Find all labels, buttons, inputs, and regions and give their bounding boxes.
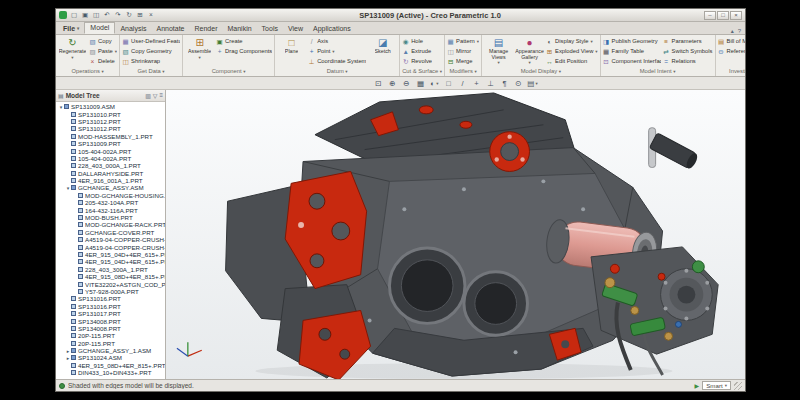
tab-model[interactable]: Model xyxy=(84,22,115,34)
manage-views-button[interactable]: ▤Manage Views▾ xyxy=(484,36,513,65)
switch-symbols-button[interactable]: ⇄Switch Symbols xyxy=(663,46,713,56)
tree-item[interactable]: 228_403_300A_1.PRT xyxy=(56,266,165,273)
part-valve-assembly[interactable] xyxy=(591,247,718,375)
tree-item[interactable]: VITE32202+ASTGN_COD_PRODCON+.PRT xyxy=(56,280,165,287)
tree-item[interactable]: SP131017.PRT xyxy=(56,310,165,317)
shrinkwrap-button[interactable]: ◫Shrinkwrap xyxy=(122,56,180,66)
selection-filter-dropdown[interactable]: Smart ▾ xyxy=(702,381,731,390)
merge-button[interactable]: ⊟Merge xyxy=(447,56,479,66)
tab-analysis[interactable]: Analysis xyxy=(115,24,151,34)
relations-button[interactable]: =Relations xyxy=(663,56,713,66)
tree-item[interactable]: SP131010.PRT xyxy=(56,110,165,117)
tree-item[interactable]: 164-432-116A.PRT xyxy=(56,206,165,213)
model-canvas[interactable] xyxy=(166,90,745,379)
tree-item[interactable]: MOD-BUSH.PRT xyxy=(56,214,165,221)
create-button[interactable]: ▣Create xyxy=(216,36,272,46)
family-table-button[interactable]: ▦Family Table xyxy=(603,46,661,56)
tree-item[interactable]: SP131016.PRT xyxy=(56,295,165,302)
tree-item[interactable]: GCHANGE-COVER.PRT xyxy=(56,229,165,236)
datum-plane-display-icon[interactable]: □ xyxy=(443,78,454,89)
resize-grip[interactable] xyxy=(734,382,742,390)
tree-item[interactable]: ▸GCHANGE_ASSY_1.ASM xyxy=(56,347,165,354)
tree-item[interactable]: SP131012.PRT xyxy=(56,125,165,132)
new-file-icon[interactable]: ▢ xyxy=(69,10,79,20)
exploded-view-button[interactable]: ⊞Exploded View▾ xyxy=(546,46,598,56)
user-defined-feature-button[interactable]: ▦User-Defined Feature xyxy=(122,36,180,46)
tree-item[interactable]: ▸SP131024.ASM xyxy=(56,354,165,361)
tree-item[interactable]: 4ER_915_08D+4ER_815+.PRT xyxy=(56,273,165,280)
tab-tools[interactable]: Tools xyxy=(257,24,283,34)
ribbon-group-label[interactable]: Investigate ▾ xyxy=(718,67,745,76)
ribbon-group-label[interactable]: Model Display ▾ xyxy=(484,67,598,76)
ribbon-group-label[interactable]: Datum ▾ xyxy=(277,67,397,76)
tree-item[interactable]: 4ER_916_001A_1.PRT xyxy=(56,177,165,184)
tree-item[interactable]: Y57-928-000A.PRT xyxy=(56,288,165,295)
component-interface-button[interactable]: ⊡Component Interface xyxy=(603,56,661,66)
tree-item[interactable]: MOD-GCHANGE-HOUSING.PRT xyxy=(56,192,165,199)
copy-geometry-button[interactable]: ▧Copy Geometry xyxy=(122,46,180,56)
model-check-icon[interactable]: ▶ xyxy=(695,382,700,389)
window-icon[interactable]: ⊞ xyxy=(135,10,145,20)
parameters-button[interactable]: ≡Parameters xyxy=(663,36,713,46)
bill-of-materials-button[interactable]: ▤Bill of Materials xyxy=(718,36,745,46)
edit-position-button[interactable]: ↔Edit Position xyxy=(546,56,598,66)
appearance-gallery-button[interactable]: ●Appearance Gallery▾ xyxy=(515,36,544,65)
paste-button[interactable]: ▨Paste▾ xyxy=(89,46,117,56)
ribbon-group-label[interactable]: Modifiers ▾ xyxy=(447,67,479,76)
ribbon-group-label[interactable]: Model Intent ▾ xyxy=(603,67,713,76)
refit-icon[interactable]: ⊡ xyxy=(373,78,384,89)
copy-button[interactable]: ▧Copy xyxy=(89,36,117,46)
tree-item[interactable]: 4ER_915_04D+4ER_615+.PRT xyxy=(56,251,165,258)
tree-settings-icon[interactable]: ≡ xyxy=(159,92,163,99)
delete-button[interactable]: ×Delete xyxy=(89,56,117,66)
maximize-button[interactable]: □ xyxy=(717,11,729,20)
open-file-icon[interactable]: ▣ xyxy=(80,10,90,20)
repaint-icon[interactable]: ▦ xyxy=(415,78,426,89)
undo-icon[interactable]: ↶ xyxy=(102,10,112,20)
tree-item[interactable]: 4ER_915_04D+4ER_615+.PRT xyxy=(56,258,165,265)
tree-item[interactable]: SP131016.PRT xyxy=(56,303,165,310)
tree-item[interactable]: DIN433_10+DIN433+.PRT xyxy=(56,369,165,376)
hole-button[interactable]: ◉Hole xyxy=(402,36,432,46)
ribbon-group-label[interactable]: Cut & Surface ▾ xyxy=(402,67,442,76)
tree-columns-icon[interactable]: ▥ xyxy=(145,92,151,99)
tree-item[interactable]: 20P-115.PRT xyxy=(56,340,165,347)
tree-item[interactable]: 20P-115.PRT xyxy=(56,332,165,339)
tree-item[interactable]: 105-404-002A.PRT xyxy=(56,155,165,162)
tab-manikin[interactable]: Manikin xyxy=(222,24,256,34)
tab-view[interactable]: View xyxy=(283,24,308,34)
part-red-flange[interactable] xyxy=(490,132,530,172)
3d-viewport[interactable] xyxy=(166,90,745,379)
tree-item[interactable]: 228_403_000A_1.PRT xyxy=(56,162,165,169)
ribbon-group-label[interactable]: Component ▾ xyxy=(185,67,272,76)
tree-item[interactable]: SP131009.PRT xyxy=(56,140,165,147)
datum-point-display-icon[interactable]: + xyxy=(471,78,482,89)
tree-item[interactable]: SP134008.PRT xyxy=(56,325,165,332)
close-button[interactable]: × xyxy=(730,11,742,20)
assemble-button[interactable]: ⊞Assemble▾ xyxy=(185,36,214,60)
tree-item[interactable]: DALLARAHYSIDE.PRT xyxy=(56,170,165,177)
pattern-button[interactable]: ▦Pattern▾ xyxy=(447,36,479,46)
csys-display-icon[interactable]: ⊥ xyxy=(485,78,496,89)
tab-applications[interactable]: Applications xyxy=(308,24,356,34)
redo-icon[interactable]: ↷ xyxy=(113,10,123,20)
display-style-icon[interactable]: ◐▾ xyxy=(429,78,440,89)
regenerate-icon[interactable]: ↻ xyxy=(124,10,134,20)
axis-button[interactable]: /Axis xyxy=(308,36,366,46)
tree-item[interactable]: A4519-04-COPPER-CRUSH-WASHERS xyxy=(56,236,165,243)
reference-viewer-button[interactable]: ⊙Reference Viewer xyxy=(718,46,745,56)
mirror-button[interactable]: ◫Mirror xyxy=(447,46,479,56)
ribbon-collapse-icon[interactable]: ▴ xyxy=(729,27,736,34)
coordinate-system-button[interactable]: ⊥Coordinate System xyxy=(308,56,366,66)
tree-item[interactable]: A4519-04-COPPER-CRUSH-WASHERS xyxy=(56,243,165,250)
tree-item[interactable]: 205-432-104A.PRT xyxy=(56,199,165,206)
saved-view-list-icon[interactable]: ▤▾ xyxy=(527,78,538,89)
drag-components-button[interactable]: +Drag Components xyxy=(216,46,272,56)
tree-item[interactable]: SP131012.PRT xyxy=(56,118,165,125)
spin-center-icon[interactable]: ⊙ xyxy=(513,78,524,89)
tab-file[interactable]: File▾ xyxy=(58,24,84,34)
datum-axis-display-icon[interactable]: / xyxy=(457,78,468,89)
tab-render[interactable]: Render xyxy=(190,24,223,34)
sketch-button[interactable]: ◪Sketch xyxy=(368,36,397,55)
tree-item[interactable]: 105-404-002A.PRT xyxy=(56,147,165,154)
